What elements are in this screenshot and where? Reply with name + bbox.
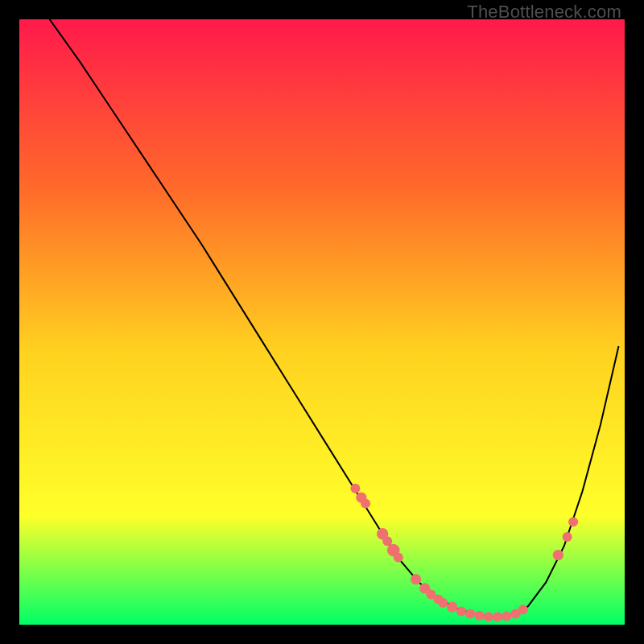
curve-marker [382,536,392,546]
curve-marker [447,602,457,613]
bottleneck-chart [19,19,625,625]
curve-marker [502,612,511,621]
curve-marker [553,550,564,560]
curve-marker [394,553,403,563]
curve-marker [568,517,578,526]
curve-marker [465,609,475,619]
curve-marker [493,612,502,621]
curve-marker [518,605,528,614]
curve-marker [456,607,466,617]
curve-marker [438,598,448,608]
chart-frame [19,19,625,625]
curve-marker [475,611,485,621]
curve-marker [484,612,493,621]
gradient-background [19,19,625,625]
curve-marker [411,574,421,584]
curve-marker [563,532,572,542]
curve-marker [361,499,370,509]
curve-marker [350,484,360,493]
